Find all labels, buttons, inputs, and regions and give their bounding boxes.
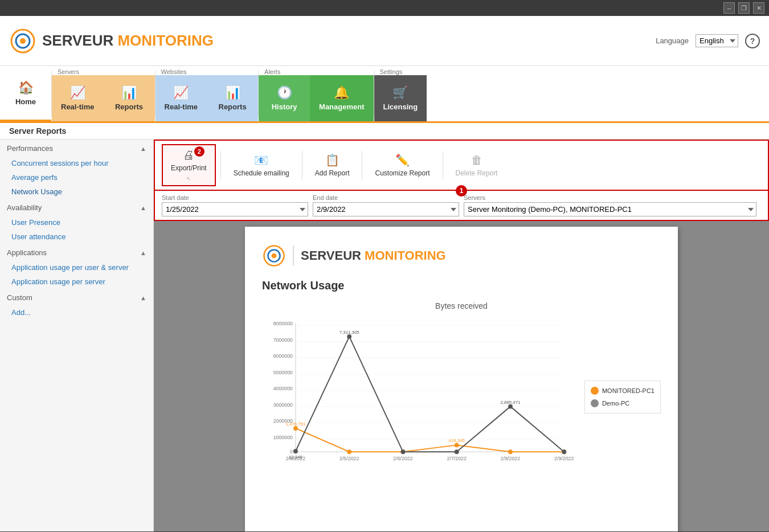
- toolbar-sep-2: [302, 151, 302, 179]
- nav-servers-reports[interactable]: 📊 Reports: [104, 75, 155, 121]
- toolbar-sep-4: [443, 151, 443, 179]
- servers-select[interactable]: Server Monitoring (Demo-PC), MONITORED-P…: [464, 202, 756, 216]
- licensing-icon: 🛒: [392, 85, 408, 100]
- nav-servers-realtime-label: Real-time: [61, 103, 95, 111]
- sidebar-item-add-custom[interactable]: Add...: [0, 305, 153, 320]
- svg-text:2,885,471: 2,885,471: [501, 400, 521, 405]
- toolbar-sep-1: [220, 151, 221, 179]
- delete-report-label: Delete Report: [456, 169, 498, 177]
- nav-websites-realtime-label: Real-time: [165, 103, 198, 111]
- sidebar-item-app-server[interactable]: Application usage per server: [0, 275, 153, 289]
- sidebar-item-user-attendance[interactable]: User attendance: [0, 230, 153, 244]
- svg-point-40: [347, 334, 351, 339]
- language-select[interactable]: English French German: [696, 34, 738, 47]
- export-print-button[interactable]: 2 🖨 Export/Print ↖: [162, 144, 216, 186]
- sidebar: Performances ▲ Concurrent sessions per h…: [0, 140, 154, 531]
- sidebar-item-avgperfs[interactable]: Average perfs: [0, 170, 153, 185]
- sidebar-item-concurrent[interactable]: Concurrent sessions per hour: [0, 156, 153, 170]
- nav-group-servers: Servers 📈 Real-time 📊 Reports: [52, 66, 155, 121]
- end-date-select[interactable]: 2/9/2022: [313, 202, 459, 216]
- header-right: Language English French German ?: [656, 34, 760, 48]
- svg-text:7000000: 7000000: [273, 337, 293, 343]
- nav-servers-items: 📈 Real-time 📊 Reports: [52, 75, 155, 121]
- nav-bar: 🏠 Home Servers 📈 Real-time 📊 Reports Web…: [0, 66, 769, 123]
- sidebar-section-availability-header[interactable]: Availability ▲: [0, 199, 153, 215]
- svg-text:3000000: 3000000: [273, 402, 293, 408]
- filter-servers-group: Servers Server Monitoring (Demo-PC), MON…: [464, 194, 756, 216]
- nav-alerts-title: Alerts: [259, 66, 373, 75]
- filter-badge: 1: [456, 185, 467, 197]
- nav-websites-realtime[interactable]: 📈 Real-time: [156, 75, 207, 121]
- nav-alerts-history[interactable]: 🕐 History: [259, 75, 310, 121]
- svg-text:2/8/2022: 2/8/2022: [501, 456, 520, 461]
- chart-wrapper: 8000000 7000000 6000000 5000000 4000000 …: [262, 316, 575, 477]
- toolbar-sep-3: [362, 151, 362, 179]
- svg-text:5000000: 5000000: [273, 370, 293, 375]
- management-icon: 🔔: [334, 85, 349, 100]
- nav-settings-items: 🛒 Licensing: [374, 75, 427, 121]
- sidebar-item-user-presence[interactable]: User Presence: [0, 215, 153, 230]
- maximize-button[interactable]: ❐: [738, 2, 750, 14]
- nav-settings-licensing-label: Licensing: [383, 103, 418, 111]
- svg-text:2/7/2022: 2/7/2022: [447, 456, 467, 461]
- nav-group-alerts: Alerts 🕐 History 🔔 Management: [259, 66, 373, 121]
- svg-text:8000000: 8000000: [273, 321, 293, 326]
- sidebar-item-network[interactable]: Network Usage: [0, 185, 153, 199]
- section-header: Server Reports: [0, 123, 769, 140]
- customize-report-button[interactable]: ✏️ Customize Report: [367, 150, 437, 181]
- minimize-button[interactable]: –: [723, 2, 735, 14]
- sidebar-section-performances-header[interactable]: Performances ▲: [0, 140, 153, 156]
- svg-text:0: 0: [290, 449, 293, 455]
- history-icon: 🕐: [277, 85, 292, 100]
- svg-text:6000000: 6000000: [273, 353, 293, 359]
- logo-icon: [9, 27, 36, 55]
- legend-label-1: MONITORED-PC1: [602, 387, 655, 394]
- svg-text:419,345: 419,345: [449, 439, 465, 444]
- websites-realtime-icon: 📈: [173, 85, 189, 100]
- content-area: Performances ▲ Concurrent sessions per h…: [0, 140, 769, 531]
- realtime-icon: 📈: [70, 85, 85, 100]
- nav-settings-licensing[interactable]: 🛒 Licensing: [374, 75, 427, 121]
- sidebar-section-applications: Applications ▲ Application usage per use…: [0, 244, 153, 289]
- report-area[interactable]: SERVEUR MONITORING Network Usage Bytes r…: [154, 221, 769, 531]
- toolbar: 2 🖨 Export/Print ↖ 📧 Schedule emailing 📋…: [154, 140, 769, 191]
- nav-websites-reports-label: Reports: [219, 103, 247, 111]
- nav-alerts-management[interactable]: 🔔 Management: [310, 75, 373, 121]
- nav-servers-realtime[interactable]: 📈 Real-time: [52, 75, 104, 121]
- help-button[interactable]: ?: [745, 34, 760, 48]
- delete-report-button[interactable]: 🗑 Delete Report: [448, 150, 506, 181]
- sidebar-section-custom-header[interactable]: Custom ▲: [0, 289, 153, 305]
- schedule-emailing-button[interactable]: 📧 Schedule emailing: [226, 150, 297, 181]
- close-button[interactable]: ✕: [753, 2, 764, 14]
- nav-websites-reports[interactable]: 📊 Reports: [207, 75, 258, 121]
- report-page: SERVEUR MONITORING Network Usage Bytes r…: [245, 227, 678, 531]
- svg-text:1000000: 1000000: [273, 435, 293, 440]
- sidebar-item-app-user-server[interactable]: Application usage per user & server: [0, 260, 153, 275]
- nav-servers-title: Servers: [52, 66, 155, 75]
- filter-bar: 1 Start date 1/25/2022 End date 2/9/2022…: [154, 191, 769, 221]
- svg-point-41: [401, 449, 406, 454]
- applications-collapse-icon: ▲: [140, 249, 146, 256]
- svg-point-31: [293, 426, 298, 431]
- sidebar-performances-title: Performances: [7, 144, 53, 153]
- legend-color-1: [591, 387, 599, 395]
- svg-point-5: [272, 253, 277, 259]
- chart-title: Bytes received: [262, 301, 661, 310]
- export-badge: 2: [194, 146, 204, 157]
- legend-label-2: Demo-PC: [602, 400, 629, 407]
- svg-text:1,476,791: 1,476,791: [285, 421, 305, 427]
- nav-servers-reports-label: Reports: [115, 103, 143, 111]
- logo-text: SERVEUR MONITORING: [42, 32, 214, 50]
- start-date-label: Start date: [162, 194, 308, 201]
- sidebar-section-availability: Availability ▲ User Presence User attend…: [0, 199, 153, 244]
- svg-point-44: [562, 449, 566, 454]
- svg-text:2/5/2022: 2/5/2022: [339, 456, 359, 461]
- start-date-select[interactable]: 1/25/2022: [162, 202, 308, 216]
- main-content: 2 🖨 Export/Print ↖ 📧 Schedule emailing 📋…: [154, 140, 769, 531]
- sidebar-section-applications-header[interactable]: Applications ▲: [0, 244, 153, 260]
- nav-home[interactable]: 🏠 Home: [0, 66, 51, 121]
- delete-icon: 🗑: [471, 154, 482, 167]
- add-report-button[interactable]: 📋 Add Report: [307, 150, 358, 181]
- customize-icon: ✏️: [395, 153, 410, 167]
- nav-alerts-items: 🕐 History 🔔 Management: [259, 75, 373, 121]
